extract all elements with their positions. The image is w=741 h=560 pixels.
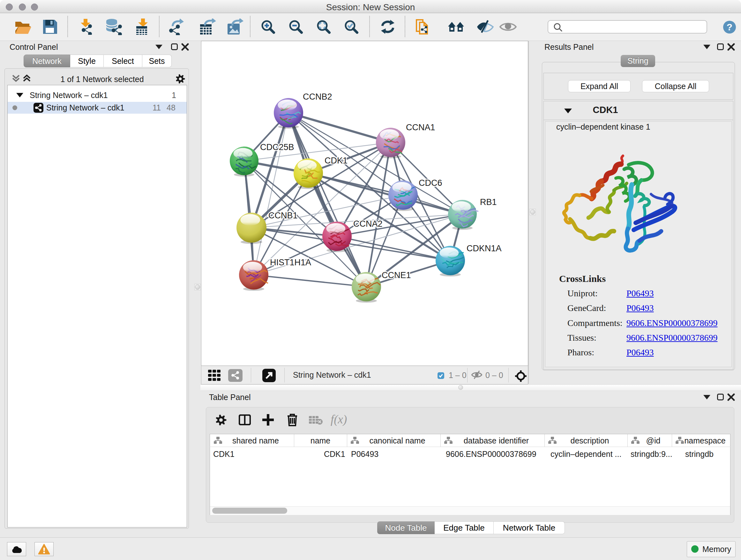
svg-text:CDC6: CDC6 <box>419 178 442 188</box>
svg-text:CCNB1: CCNB1 <box>268 211 298 220</box>
svg-text:CCNA1: CCNA1 <box>406 123 435 132</box>
svg-text:CCNA2: CCNA2 <box>353 219 383 229</box>
svg-text:HIST1H1A: HIST1H1A <box>270 258 311 267</box>
svg-text:CCNB2: CCNB2 <box>303 92 332 102</box>
svg-text:CCNE1: CCNE1 <box>382 270 411 280</box>
svg-text:CDK1: CDK1 <box>325 156 347 165</box>
svg-text:CDC25B: CDC25B <box>260 142 294 152</box>
svg-text:CDKN1A: CDKN1A <box>467 244 502 253</box>
svg-text:RB1: RB1 <box>480 197 497 207</box>
